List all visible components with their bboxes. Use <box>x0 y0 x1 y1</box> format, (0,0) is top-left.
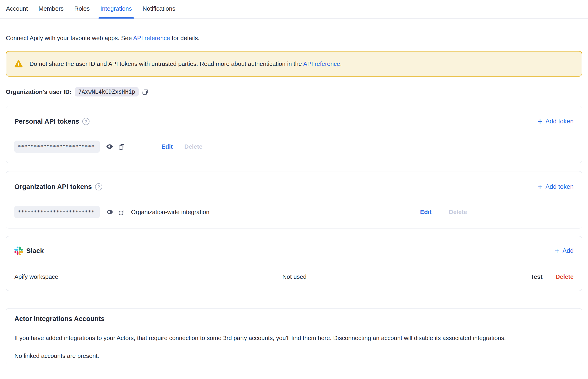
eye-icon <box>106 143 114 151</box>
add-personal-token-button[interactable]: + Add token <box>538 118 574 125</box>
personal-token-masked-value: ************************ <box>14 141 100 153</box>
warning-triangle-icon <box>14 59 23 68</box>
eye-icon <box>106 208 114 216</box>
actor-integrations-card: Actor Integrations Accounts If you have … <box>6 308 582 364</box>
copy-organization-token-button[interactable] <box>118 208 125 216</box>
slack-integration-card: Slack + Add Apify workspace Not used Tes… <box>6 236 582 291</box>
organization-token-name: Organization-wide integration <box>131 208 209 216</box>
organization-user-id-label: Organization's user ID: <box>6 88 72 95</box>
personal-token-row: ************************ Edit Delete <box>14 141 574 153</box>
tab-account[interactable]: Account <box>6 0 28 18</box>
intro-text-before: Connect Apify with your favorite web app… <box>6 34 133 42</box>
slack-title-text: Slack <box>26 247 44 255</box>
copy-icon <box>118 208 125 216</box>
actor-integrations-title-text: Actor Integrations Accounts <box>14 315 105 323</box>
copy-user-id-button[interactable] <box>142 88 149 95</box>
show-organization-token-button[interactable] <box>106 208 114 216</box>
add-personal-token-label: Add token <box>545 118 574 125</box>
slack-header: Slack + Add <box>14 247 574 255</box>
delete-organization-token-button[interactable]: Delete <box>449 208 467 216</box>
delete-personal-token-button[interactable]: Delete <box>184 143 202 150</box>
copy-icon <box>142 88 149 95</box>
warning-text-before: Do not share the user ID and API tokens … <box>30 60 303 67</box>
slack-logo-icon <box>14 247 23 255</box>
help-icon[interactable]: ? <box>82 118 90 125</box>
edit-organization-token-button[interactable]: Edit <box>420 208 432 216</box>
settings-tabbar: Account Members Roles Integrations Notif… <box>0 0 588 18</box>
add-slack-button[interactable]: + Add <box>555 247 574 254</box>
warning-api-reference-link[interactable]: API reference <box>303 60 340 67</box>
slack-title: Slack <box>14 247 44 255</box>
intro-text-after: for details. <box>170 34 199 42</box>
api-reference-link[interactable]: API reference <box>133 34 170 42</box>
personal-api-tokens-title-text: Personal API tokens <box>14 118 79 125</box>
organization-api-tokens-title-text: Organization API tokens <box>14 183 92 191</box>
organization-api-tokens-title: Organization API tokens ? <box>14 183 102 191</box>
slack-usage-status: Not used <box>58 273 530 280</box>
plus-icon: + <box>538 118 542 125</box>
test-slack-button[interactable]: Test <box>530 273 542 280</box>
actor-integrations-description: If you have added integrations to your A… <box>14 333 574 343</box>
copy-personal-token-button[interactable] <box>118 143 125 150</box>
personal-api-tokens-title: Personal API tokens ? <box>14 118 90 125</box>
personal-api-tokens-header: Personal API tokens ? + Add token <box>14 118 574 125</box>
warning-text-after: . <box>340 60 342 67</box>
slack-actions: Test Delete <box>530 273 574 280</box>
add-slack-label: Add <box>562 247 574 254</box>
intro-text: Connect Apify with your favorite web app… <box>6 33 582 43</box>
tab-notifications[interactable]: Notifications <box>143 0 175 18</box>
add-organization-token-button[interactable]: + Add token <box>538 183 574 190</box>
warning-banner: Do not share the user ID and API tokens … <box>6 51 582 77</box>
tab-members[interactable]: Members <box>38 0 63 18</box>
show-personal-token-button[interactable] <box>106 143 114 151</box>
slack-workspace-row: Apify workspace Not used Test Delete <box>14 273 574 280</box>
actor-integrations-title: Actor Integrations Accounts <box>14 315 574 323</box>
warning-text: Do not share the user ID and API tokens … <box>30 60 342 67</box>
plus-icon: + <box>538 184 542 190</box>
organization-token-actions: Edit Delete <box>420 208 467 216</box>
integrations-settings-page: Account Members Roles Integrations Notif… <box>0 0 588 379</box>
add-organization-token-label: Add token <box>545 183 574 190</box>
organization-user-id-value: 7AxwNL4kCDZxsMHip <box>75 87 139 96</box>
delete-slack-button[interactable]: Delete <box>556 273 574 280</box>
organization-token-masked-value: ************************ <box>14 206 100 218</box>
tab-integrations[interactable]: Integrations <box>100 0 132 18</box>
slack-workspace-name: Apify workspace <box>14 273 58 280</box>
organization-api-tokens-header: Organization API tokens ? + Add token <box>14 183 574 191</box>
personal-api-tokens-card: Personal API tokens ? + Add token ******… <box>6 106 582 163</box>
edit-personal-token-button[interactable]: Edit <box>161 143 173 150</box>
organization-token-row: ************************ Organization-wi… <box>14 206 574 218</box>
copy-icon <box>118 143 125 150</box>
tab-roles[interactable]: Roles <box>74 0 90 18</box>
actor-integrations-empty-text: No linked accounts are present. <box>14 352 574 360</box>
help-icon[interactable]: ? <box>95 183 102 190</box>
plus-icon: + <box>555 248 559 254</box>
organization-user-id-row: Organization's user ID: 7AxwNL4kCDZxsMHi… <box>6 87 582 96</box>
organization-api-tokens-card: Organization API tokens ? + Add token **… <box>6 171 582 228</box>
